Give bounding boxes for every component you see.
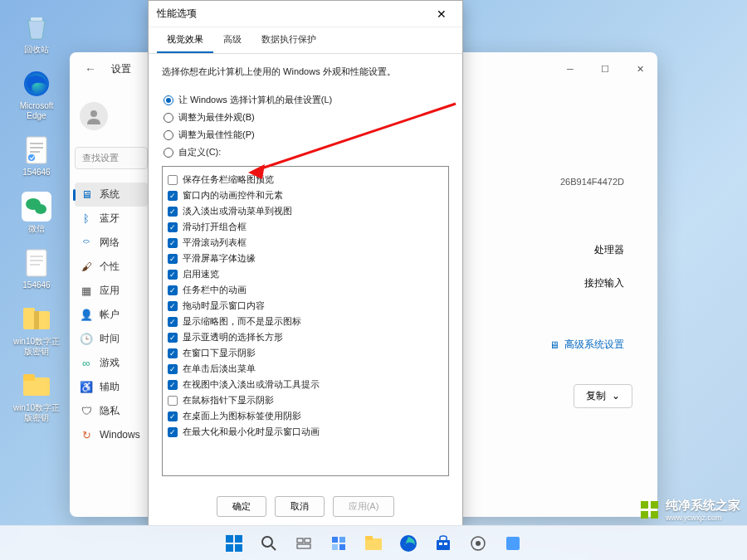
radio-group: 让 Windows 选择计算机的最佳设置(L)调整为最佳外观(B)调整为最佳性能… xyxy=(162,91,449,161)
svg-rect-38 xyxy=(339,544,345,550)
checkbox-icon: ✓ xyxy=(168,380,178,390)
effect-item-11[interactable]: ✓在窗口下显示阴影 xyxy=(168,345,443,361)
svg-rect-16 xyxy=(34,311,39,329)
nav-label: Windows xyxy=(100,429,140,441)
perf-footer: 确定 取消 应用(A) xyxy=(149,488,462,525)
effect-item-4[interactable]: ✓平滑滚动列表框 xyxy=(168,235,443,251)
checkbox-icon: ✓ xyxy=(168,270,178,280)
effect-item-13[interactable]: ✓在视图中淡入淡出或滑动工具提示 xyxy=(168,377,443,392)
desktop-icon-edge[interactable]: Microsoft Edge xyxy=(8,65,65,124)
wechat-icon xyxy=(21,191,52,222)
effect-item-5[interactable]: ✓平滑屏幕字体边缘 xyxy=(168,251,443,266)
wifi-icon: ⌔ xyxy=(80,236,93,250)
effect-label: 在视图中淡入淡出或滑动工具提示 xyxy=(183,378,320,391)
minimize-button[interactable]: ─ xyxy=(553,56,588,81)
desktop-icon-zip[interactable]: win10数字正版密钥 xyxy=(8,300,65,360)
sidebar-item-wifi[interactable]: ⌔网络 xyxy=(75,231,148,255)
desktop-icon-recycle[interactable]: 回收站 xyxy=(8,8,65,58)
effect-item-7[interactable]: ✓任务栏中的动画 xyxy=(168,282,443,298)
effect-item-16[interactable]: ✓在最大化和最小化时显示窗口动画 xyxy=(168,424,443,440)
effect-item-6[interactable]: ✓启用速览 xyxy=(168,266,443,282)
cancel-button[interactable]: 取消 xyxy=(275,496,325,517)
tab-advanced[interactable]: 高级 xyxy=(213,27,251,53)
tab-dep[interactable]: 数据执行保护 xyxy=(251,27,326,53)
close-button[interactable]: ✕ xyxy=(429,4,454,24)
desktop-icon-txt1[interactable]: 154646 xyxy=(8,131,65,181)
effect-label: 在单击后淡出菜单 xyxy=(183,363,256,375)
checkbox-icon xyxy=(168,396,178,406)
radio-label: 调整为最佳外观(B) xyxy=(178,111,255,124)
task-view-icon[interactable] xyxy=(289,528,319,558)
settings-taskbar-icon[interactable] xyxy=(463,528,493,558)
effect-label: 在鼠标指针下显示阴影 xyxy=(183,394,274,407)
advanced-settings-link[interactable]: 🖥 高级系统设置 xyxy=(549,338,624,352)
sidebar-item-update[interactable]: ↻Windows xyxy=(75,423,148,446)
sidebar-item-apps[interactable]: ▦应用 xyxy=(75,279,148,303)
effect-item-1[interactable]: ✓窗口内的动画控件和元素 xyxy=(168,187,443,203)
svg-rect-47 xyxy=(506,537,520,550)
search-input[interactable]: 查找设置 xyxy=(75,147,148,169)
search-icon[interactable] xyxy=(254,528,284,558)
label: 154646 xyxy=(22,280,50,290)
svg-rect-29 xyxy=(235,544,242,552)
edge-taskbar-icon[interactable] xyxy=(393,528,423,558)
radio-option-0[interactable]: 让 Windows 选择计算机的最佳设置(L) xyxy=(162,91,449,109)
explorer-icon[interactable] xyxy=(359,528,388,558)
sidebar-item-access[interactable]: ♿辅助 xyxy=(75,375,148,399)
svg-rect-39 xyxy=(365,538,382,550)
checkbox-icon: ✓ xyxy=(168,222,178,232)
brush-icon: 🖌 xyxy=(80,261,93,274)
ok-button[interactable]: 确定 xyxy=(217,496,266,517)
label: 微信 xyxy=(28,224,45,234)
radio-option-1[interactable]: 调整为最佳外观(B) xyxy=(162,109,449,126)
effect-item-0[interactable]: 保存任务栏缩略图预览 xyxy=(168,172,443,187)
effect-item-8[interactable]: ✓拖动时显示窗口内容 xyxy=(168,298,443,314)
effects-list[interactable]: 保存任务栏缩略图预览✓窗口内的动画控件和元素✓淡入淡出或滑动菜单到视图✓滑动打开… xyxy=(162,166,449,476)
sidebar-item-bluetooth[interactable]: ᛒ蓝牙 xyxy=(75,207,148,231)
checkbox-icon: ✓ xyxy=(168,301,178,311)
svg-rect-35 xyxy=(332,537,338,543)
desktop-icons: 回收站 Microsoft Edge 154646 微信 154646 win1… xyxy=(8,8,65,426)
perf-tabs: 视觉效果 高级 数据执行保护 xyxy=(149,27,462,54)
effect-item-12[interactable]: ✓在单击后淡出菜单 xyxy=(168,361,443,377)
effect-label: 显示亚透明的选择长方形 xyxy=(183,331,283,343)
close-button[interactable]: ✕ xyxy=(622,56,657,81)
apply-button[interactable]: 应用(A) xyxy=(333,496,395,517)
effect-item-10[interactable]: ✓显示亚透明的选择长方形 xyxy=(168,329,443,345)
effect-item-14[interactable]: 在鼠标指针下显示阴影 xyxy=(168,392,443,408)
desktop-icon-wechat[interactable]: 微信 xyxy=(8,187,65,237)
svg-rect-24 xyxy=(641,511,648,519)
update-icon: ↻ xyxy=(80,428,93,441)
sidebar-item-time[interactable]: 🕒时间 xyxy=(75,327,148,351)
svg-rect-22 xyxy=(641,501,648,509)
radio-option-3[interactable]: 自定义(C): xyxy=(162,144,449,161)
sidebar-item-display[interactable]: 🖥系统 xyxy=(75,183,148,207)
effect-item-9[interactable]: ✓显示缩略图，而不是显示图标 xyxy=(168,314,443,329)
store-icon[interactable] xyxy=(428,528,458,558)
radio-icon xyxy=(164,113,173,123)
sidebar-item-game[interactable]: ∞游戏 xyxy=(75,351,148,375)
desktop-icon-folder[interactable]: win10数字正版密钥 xyxy=(8,367,65,426)
app-icon[interactable] xyxy=(498,528,528,558)
desktop-icon-txt2[interactable]: 154646 xyxy=(8,244,65,294)
sidebar-item-privacy[interactable]: 🛡隐私 xyxy=(75,399,148,423)
effect-label: 在窗口下显示阴影 xyxy=(183,347,256,359)
start-button[interactable] xyxy=(219,528,249,558)
tab-visual-effects[interactable]: 视觉效果 xyxy=(157,27,213,53)
sidebar-item-account[interactable]: 👤帐户 xyxy=(75,303,148,327)
copy-button[interactable]: 复制 ⌄ xyxy=(574,384,632,408)
back-button[interactable]: ← xyxy=(78,56,103,81)
effect-label: 保存任务栏缩略图预览 xyxy=(183,173,274,186)
svg-line-31 xyxy=(271,546,276,550)
widgets-icon[interactable] xyxy=(324,528,354,558)
svg-rect-34 xyxy=(297,544,310,548)
effect-item-15[interactable]: ✓在桌面上为图标标签使用阴影 xyxy=(168,408,443,424)
radio-option-2[interactable]: 调整为最佳性能(P) xyxy=(162,126,449,144)
effect-item-3[interactable]: ✓滑动打开组合框 xyxy=(168,219,443,235)
label: win10数字正版密钥 xyxy=(12,403,61,423)
sidebar-item-brush[interactable]: 🖌个性 xyxy=(75,255,148,279)
effect-item-2[interactable]: ✓淡入淡出或滑动菜单到视图 xyxy=(168,203,443,219)
maximize-button[interactable]: ☐ xyxy=(588,56,622,81)
svg-rect-10 xyxy=(27,250,46,276)
avatar[interactable] xyxy=(80,102,108,130)
